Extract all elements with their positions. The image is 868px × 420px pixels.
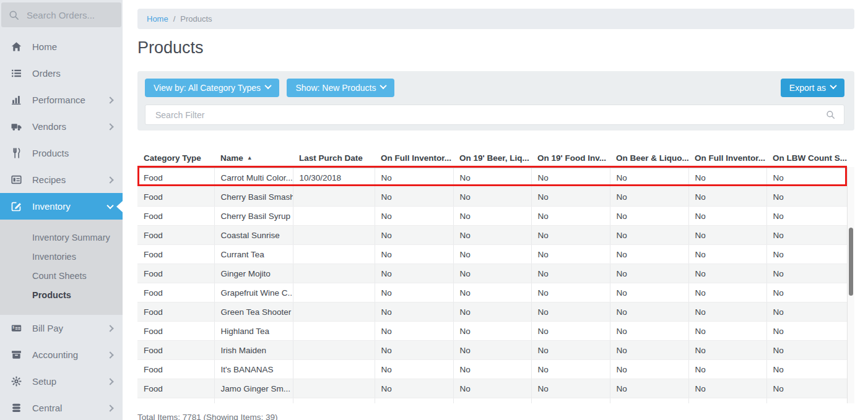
table-row[interactable]: FoodIrish MaidenNoNoNoNoNoNo — [137, 341, 847, 360]
cell: No — [375, 245, 453, 264]
cell: No — [610, 264, 688, 283]
cell: No — [453, 322, 531, 341]
search-icon — [9, 10, 19, 20]
sidebar-subitem-inventories[interactable]: Inventories — [0, 247, 123, 267]
column-header-on-beer-liquo[interactable]: On Beer & Liquo... — [610, 150, 688, 168]
cell: No — [610, 322, 688, 341]
cell: No — [453, 341, 531, 360]
column-header-name[interactable]: Name▲ — [214, 150, 293, 168]
table-row[interactable]: FoodJamo Ginger Sm...NoNoNoNoNoNo — [137, 379, 847, 398]
show-dropdown-button[interactable]: Show: New Products — [287, 79, 394, 97]
table-row[interactable]: FoodCoastal SunriseNoNoNoNoNoNo — [137, 226, 847, 245]
products-table-wrap: Category TypeName▲Last Purch DateOn Full… — [137, 150, 847, 403]
view-by-label: View by: All Category Types — [154, 83, 261, 93]
search-orders-input[interactable] — [25, 9, 108, 21]
cell: Food — [137, 226, 214, 245]
column-header-last-purch-date[interactable]: Last Purch Date — [293, 150, 375, 168]
table-row[interactable]: FoodIt's BANANASNoNoNoNoNoNo — [137, 360, 847, 379]
cell: No — [610, 398, 688, 404]
table-row[interactable]: FoodKiwi Blush CrushNoNoNoNoNoNo — [137, 398, 847, 404]
sidebar-item-central[interactable]: Central — [0, 395, 123, 420]
sidebar-search-box[interactable] — [1, 2, 121, 27]
search-filter-box[interactable] — [145, 105, 844, 125]
table-row[interactable]: FoodCherry Basil SyrupNoNoNoNoNoNo — [137, 207, 847, 226]
breadcrumb-home-link[interactable]: Home — [147, 14, 168, 24]
chevron-right-icon — [106, 405, 113, 411]
central-icon — [11, 403, 24, 413]
sidebar-item-setup[interactable]: Setup — [0, 368, 123, 395]
cell: No — [766, 168, 847, 187]
cell: Cherry Basil Syrup — [214, 207, 293, 226]
sidebar-item-performance[interactable]: Performance — [0, 87, 123, 113]
table-row[interactable]: FoodCarrot Multi Color...10/30/2018NoNoN… — [137, 168, 847, 187]
sort-ascending-icon: ▲ — [247, 155, 253, 161]
sidebar-item-inventory[interactable]: Inventory — [0, 193, 123, 220]
billpay-icon: $ — [11, 323, 24, 333]
sidebar-item-bill-pay[interactable]: $Bill Pay — [0, 315, 123, 341]
page-title: Products — [137, 38, 204, 58]
cell: Jamo Ginger Sm... — [214, 379, 293, 398]
cell: No — [766, 302, 847, 322]
cell: No — [453, 360, 531, 379]
column-header-on-full-inventor[interactable]: On Full Inventor... — [688, 150, 766, 168]
sidebar-item-vendors[interactable]: Vendors — [0, 113, 123, 140]
chevron-down-icon — [264, 82, 271, 89]
cell: No — [766, 360, 847, 379]
table-row[interactable]: FoodCurrant TeaNoNoNoNoNoNo — [137, 245, 847, 264]
cell: No — [531, 226, 610, 245]
column-header-on-19-beer-liq[interactable]: On 19' Beer, Liq... — [453, 150, 531, 168]
cell: No — [453, 283, 531, 302]
sidebar-item-orders[interactable]: Orders — [0, 60, 123, 87]
cell: No — [531, 398, 610, 404]
chevron-right-icon — [106, 351, 113, 358]
cell — [293, 322, 375, 341]
sidebar-item-home[interactable]: Home — [0, 33, 123, 60]
table-scrollbar[interactable] — [847, 167, 854, 403]
cell: No — [688, 398, 766, 404]
sidebar-item-products[interactable]: Products — [0, 140, 123, 166]
sidebar-item-label: Accounting — [32, 349, 78, 360]
export-as-label: Export as — [789, 83, 826, 93]
table-scrollbar-thumb[interactable] — [849, 228, 853, 296]
sidebar-nav: HomeOrdersPerformanceVendorsProductsReci… — [0, 33, 123, 420]
cell: No — [688, 341, 766, 360]
cell: Irish Maiden — [214, 341, 293, 360]
cell: No — [453, 398, 531, 404]
cell: Food — [137, 360, 214, 379]
cell: No — [688, 302, 766, 322]
column-header-on-full-inventor[interactable]: On Full Inventor... — [375, 150, 453, 168]
column-header-on-19-food-inv[interactable]: On 19' Food Inv... — [531, 150, 610, 168]
export-as-button[interactable]: Export as — [781, 79, 844, 97]
sidebar-subitem-products[interactable]: Products — [0, 286, 123, 305]
cell: No — [453, 168, 531, 187]
cell: No — [688, 207, 766, 226]
table-row[interactable]: FoodGreen Tea ShooterNoNoNoNoNoNo — [137, 302, 847, 322]
cell: No — [688, 360, 766, 379]
table-row[interactable]: FoodCherry Basil SmashNoNoNoNoNoNo — [137, 187, 847, 207]
cell: Food — [137, 283, 214, 302]
cell: No — [375, 302, 453, 322]
cell: No — [531, 245, 610, 264]
cell: No — [688, 245, 766, 264]
column-header-on-lbw-count-s[interactable]: On LBW Count S... — [766, 150, 847, 168]
cell: No — [610, 207, 688, 226]
view-by-dropdown-button[interactable]: View by: All Category Types — [145, 79, 279, 97]
chevron-right-icon — [106, 176, 113, 183]
sidebar-subitem-count-sheets[interactable]: Count Sheets — [0, 267, 123, 286]
cell: No — [453, 245, 531, 264]
cell: It's BANANAS — [214, 360, 293, 379]
table-row[interactable]: FoodGrapefruit Wine C...NoNoNoNoNoNo — [137, 283, 847, 302]
sidebar-subitem-inventory-summary[interactable]: Inventory Summary — [0, 228, 123, 247]
sidebar-item-label: Vendors — [32, 121, 66, 132]
column-header-category-type[interactable]: Category Type — [137, 150, 214, 168]
cell: No — [610, 341, 688, 360]
table-header-row: Category TypeName▲Last Purch DateOn Full… — [137, 150, 847, 168]
inventory-icon — [11, 201, 24, 212]
search-filter-input[interactable] — [154, 109, 826, 121]
sidebar-item-recipes[interactable]: Recipes — [0, 166, 123, 193]
cell: No — [610, 379, 688, 398]
table-row[interactable]: FoodGinger MojitoNoNoNoNoNoNo — [137, 264, 847, 283]
table-row[interactable]: FoodHighland TeaNoNoNoNoNoNo — [137, 322, 847, 341]
sidebar-item-accounting[interactable]: Accounting — [0, 341, 123, 368]
sidebar-item-label: Orders — [32, 68, 61, 79]
